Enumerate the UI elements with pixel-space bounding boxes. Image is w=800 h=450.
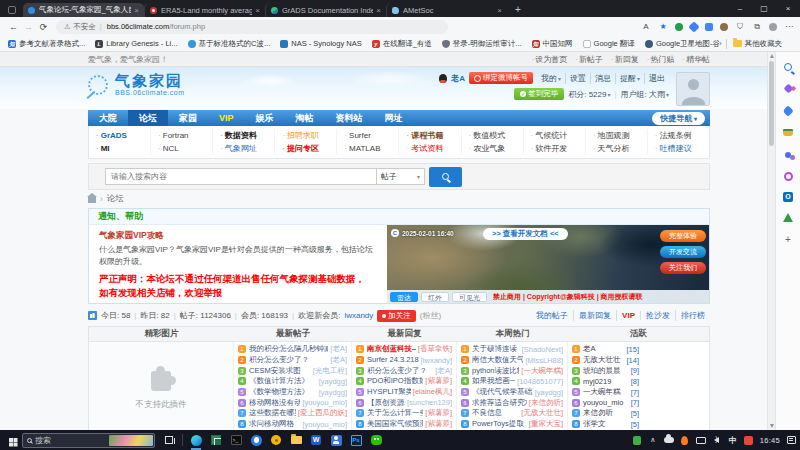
utility-link[interactable]: 精华帖 <box>682 54 710 65</box>
username-link[interactable]: 老A <box>451 73 465 84</box>
add-icon[interactable]: + <box>782 233 795 246</box>
satellite-map-widget[interactable]: C 2025-02-01 16:40 >> 查看开发文档 << 完整体验开发交流… <box>387 225 709 303</box>
post-author-link[interactable]: [youyou_mio] <box>302 398 347 407</box>
post-author-link[interactable]: [youyou_mio] <box>302 420 347 429</box>
active-user-link[interactable]: 张学文 <box>583 419 606 429</box>
subnav-item[interactable]: 气候统计 <box>531 129 585 142</box>
bookmarks-overflow-icon[interactable] <box>719 39 722 48</box>
post-author-link[interactable]: [来信勿听] <box>529 398 563 408</box>
map-layer-tab[interactable]: 红外 <box>421 292 449 302</box>
nav-item[interactable]: 资料站 <box>325 110 374 126</box>
post-title-link[interactable]: PowerToys提取 <box>472 419 527 429</box>
browser-tab[interactable]: ERA5-Land monthly averaged da... <box>144 3 265 17</box>
browser-tab[interactable]: AMetSoc <box>386 3 507 17</box>
post-title-link[interactable]: 《数学物理方法》 <box>249 387 317 397</box>
tab-close-icon[interactable] <box>376 6 381 15</box>
subnav-item[interactable]: GrADS <box>96 129 150 142</box>
post-author-link[interactable]: [老A] <box>330 344 347 354</box>
nav-item[interactable]: 家园 <box>168 110 208 126</box>
post-title-link[interactable]: python读波比较 <box>472 366 519 376</box>
subnav-item[interactable]: 气象网址 <box>220 142 274 155</box>
more-menu-icon[interactable]: ⋯ <box>784 22 794 31</box>
breadcrumb-forum[interactable]: 论坛 <box>107 193 124 205</box>
subnav-item[interactable]: 招聘求职 <box>282 129 336 142</box>
signin-done-button[interactable]: 签到完毕 <box>514 88 564 100</box>
post-title-link[interactable]: 不良信息 <box>472 408 519 418</box>
nav-item[interactable]: VIP <box>208 110 245 126</box>
forward-button[interactable]: → <box>21 22 36 32</box>
post-author-link[interactable]: [老A] <box>330 355 347 365</box>
tab-close-icon[interactable] <box>255 6 260 15</box>
post-author-link[interactable]: [香草拿铁] <box>418 344 452 354</box>
quick-link[interactable]: 抢沙发 <box>641 310 676 321</box>
subnav-item[interactable]: MATLAB <box>344 142 398 155</box>
subnav-item[interactable]: 天气分析 <box>593 142 647 155</box>
profile-avatar[interactable] <box>769 23 777 31</box>
post-author-link[interactable]: [紫薯萝] <box>425 376 452 386</box>
post-title-link[interactable]: 关于硕博连读 <box>472 344 520 354</box>
bookmark-item[interactable]: Google卫星地图-谷... <box>645 39 719 49</box>
post-author-link[interactable]: [紫薯萝] <box>425 408 452 418</box>
active-user-link[interactable]: 老A <box>583 344 596 354</box>
post-title-link[interactable]: 南信大数值天气预报 <box>472 355 523 365</box>
map-side-button[interactable]: 开发交流 <box>660 246 706 258</box>
browser-tab[interactable]: 气象论坛-气象家园_气象人自己... <box>23 3 144 17</box>
bookmark-item[interactable]: y 在线翻译_有道 <box>372 39 432 49</box>
copilot-icon[interactable] <box>782 82 795 95</box>
bookmark-item[interactable]: NAS - Synology NAS <box>280 39 361 48</box>
weibo-follow-button[interactable]: 加关注 <box>377 310 416 322</box>
tab-workspaces-icon[interactable] <box>8 6 16 14</box>
map-side-button[interactable]: 完整体验 <box>660 230 706 242</box>
utility-link[interactable]: 新帖子 <box>575 54 603 65</box>
search-highlight-image[interactable] <box>109 435 153 446</box>
taskbar-clock[interactable]: 16:45 <box>760 436 780 445</box>
tab-close-icon[interactable] <box>134 6 139 15</box>
shopping-tag-icon[interactable] <box>782 104 795 117</box>
post-title-link[interactable]: 《数值计算方法》 <box>249 376 317 386</box>
page-scrollbar[interactable] <box>767 52 775 430</box>
post-title-link[interactable]: 移动网格没有动 <box>249 398 300 408</box>
post-author-link[interactable]: [光电工程] <box>313 366 347 376</box>
quick-link[interactable]: 最新回复 <box>574 310 617 321</box>
subnav-item[interactable]: Surfer <box>344 129 398 142</box>
bookmark-item[interactable]: 知 参考文献著录格式... <box>8 39 85 49</box>
taskbar-wechat-icon[interactable] <box>366 430 386 450</box>
post-title-link[interactable]: CESM安装求图 <box>249 366 311 376</box>
tray-red-icon[interactable] <box>744 436 754 445</box>
user-menu-link[interactable]: 退出 <box>645 73 669 84</box>
ime-indicator[interactable]: 中 <box>728 435 738 446</box>
subnav-item[interactable]: 软件开发 <box>531 142 585 155</box>
subnav-item[interactable]: MI <box>96 142 150 155</box>
post-author-link[interactable]: [yaydgg] <box>319 388 347 397</box>
other-favorites[interactable]: 其他收藏夹 <box>733 39 783 49</box>
quick-link[interactable]: 我的帖子 <box>531 310 574 321</box>
favorites-hub-icon[interactable]: ⛉ <box>735 22 745 32</box>
tree-icon[interactable] <box>782 211 795 224</box>
dev-docs-button[interactable]: >> 查看开发文档 << <box>483 228 568 240</box>
notification-center-icon[interactable] <box>786 436 796 444</box>
bookmark-item[interactable]: 登录-明御运维审计... <box>442 39 522 49</box>
post-author-link[interactable]: [ShadoNext] <box>522 345 563 354</box>
active-user-link[interactable]: youyou_mio <box>583 398 623 407</box>
extension-green-icon[interactable] <box>675 23 683 31</box>
post-author-link[interactable]: [紫薯萝] <box>425 419 452 429</box>
post-title-link[interactable]: 南京创蓝科技—— <box>367 344 416 354</box>
maximize-button[interactable] <box>752 4 776 13</box>
post-author-link[interactable]: [爱上西瓜的妖] <box>298 408 347 418</box>
active-user-link[interactable]: 来信勿听 <box>583 408 613 418</box>
subnav-item[interactable]: 数值模式 <box>469 129 523 142</box>
map-layer-tab[interactable]: 雷达 <box>390 292 418 302</box>
people-icon[interactable] <box>782 148 795 161</box>
subnav-item[interactable]: Fortran <box>158 129 212 142</box>
task-view-button[interactable] <box>159 430 179 450</box>
collections-icon[interactable]: ⧉ <box>752 22 762 32</box>
user-menu-link[interactable]: 我的 <box>537 73 566 84</box>
home-icon[interactable] <box>88 197 96 203</box>
taskbar-people-app-icon[interactable] <box>326 430 346 450</box>
nav-item[interactable]: 淘帖 <box>285 110 325 126</box>
address-bar[interactable]: 不安全 | bbs.06climate.com /forum.php <box>56 20 448 34</box>
volume-icon[interactable] <box>712 437 722 443</box>
bookmark-item[interactable]: 基于标准格式的C波... <box>188 39 271 49</box>
new-tab-button[interactable] <box>515 4 521 15</box>
subnav-item[interactable]: 吐槽建议 <box>655 142 709 155</box>
